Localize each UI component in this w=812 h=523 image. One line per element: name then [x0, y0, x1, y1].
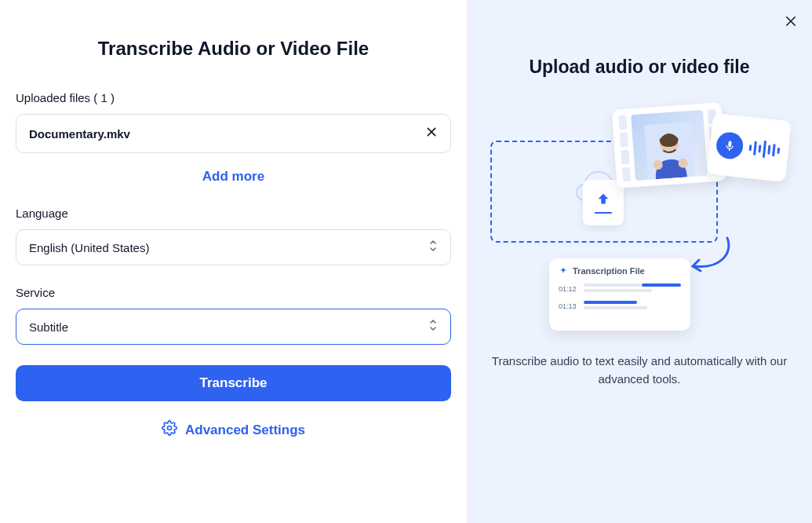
select-arrows-icon — [428, 239, 438, 256]
audio-card-illustration — [707, 113, 792, 182]
advanced-settings-label: Advanced Settings — [185, 422, 305, 438]
select-arrows-icon — [428, 318, 438, 335]
mic-icon — [715, 131, 744, 160]
close-modal-button[interactable] — [784, 14, 798, 31]
language-value: English (United States) — [29, 241, 149, 254]
sparkle-icon — [559, 266, 568, 276]
modal-root: Transcribe Audio or Video File Uploaded … — [0, 0, 812, 523]
close-icon — [784, 14, 798, 28]
language-select[interactable]: English (United States) — [16, 229, 451, 265]
file-name: Documentary.mkv — [29, 127, 130, 141]
waveform-icon — [748, 139, 783, 159]
filmstrip-left — [618, 115, 631, 181]
transcript-card-title: Transcription File — [573, 266, 645, 276]
info-title: Upload audio or video file — [529, 57, 749, 78]
upload-underline — [595, 212, 612, 214]
uploaded-file-row: Documentary.mkv — [16, 114, 451, 153]
transcribe-button[interactable]: Transcribe — [16, 365, 451, 401]
timestamp-1: 01:12 — [559, 285, 577, 293]
arrow-curve-icon — [688, 235, 735, 282]
service-select[interactable]: Subtitle — [16, 309, 451, 345]
add-more-button[interactable]: Add more — [16, 169, 451, 185]
illustration: Transcription File 01:12 01:13 — [490, 101, 788, 337]
close-icon — [425, 126, 438, 138]
svg-point-2 — [167, 426, 171, 430]
info-panel: Upload audio or video file — [467, 0, 812, 523]
uploaded-files-label: Uploaded files ( 1 ) — [16, 91, 451, 104]
page-title: Transcribe Audio or Video File — [16, 38, 451, 60]
remove-file-button[interactable] — [425, 126, 438, 141]
upload-arrow-icon — [595, 192, 612, 209]
service-value: Subtitle — [29, 320, 68, 334]
transcript-card-illustration: Transcription File 01:12 01:13 — [549, 258, 690, 331]
upload-card-illustration — [583, 180, 624, 225]
svg-rect-9 — [728, 141, 732, 147]
form-panel: Transcribe Audio or Video File Uploaded … — [0, 0, 467, 523]
video-frame — [631, 110, 708, 181]
info-description: Transcribe audio to text easily and auto… — [490, 353, 788, 388]
language-label: Language — [16, 207, 451, 220]
person-icon — [644, 122, 695, 180]
advanced-settings-button[interactable]: Advanced Settings — [16, 420, 451, 440]
service-label: Service — [16, 286, 451, 299]
timestamp-2: 01:13 — [559, 302, 577, 310]
gear-icon — [162, 420, 177, 440]
